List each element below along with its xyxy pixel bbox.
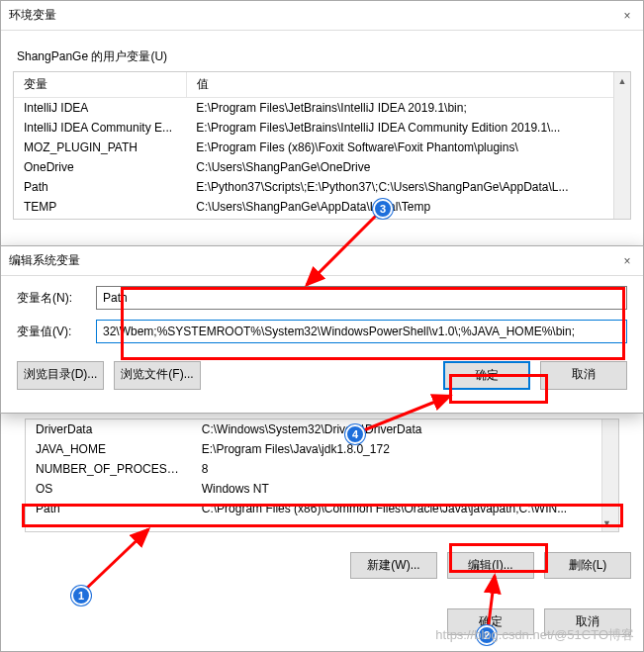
scrollbar[interactable]: ▲	[613, 72, 630, 219]
user-vars-label: ShangPanGe 的用户变量(U)	[17, 48, 643, 65]
edit-dialog-title: 编辑系统变量	[9, 252, 619, 269]
edit-dialog-buttons: 浏览目录(D)... 浏览文件(F)... 确定 取消	[1, 353, 643, 402]
scrollbar[interactable]: ▼	[601, 419, 618, 531]
user-vars-table: 变量 值 IntelliJ IDEAE:\Program Files\JetBr…	[14, 72, 630, 217]
system-vars-buttons: 新建(W)... 编辑(I)... 删除(L)	[1, 540, 643, 591]
col-header-name[interactable]: 变量	[14, 72, 186, 98]
ok-button[interactable]: 确定	[443, 361, 530, 390]
edit-button[interactable]: 编辑(I)...	[447, 552, 534, 579]
cancel-button[interactable]: 取消	[544, 608, 631, 635]
name-field-row: 变量名(N):	[17, 286, 627, 310]
new-button[interactable]: 新建(W)...	[350, 552, 437, 579]
table-row[interactable]: DriverDataC:\Windows\System32\Drivers\Dr…	[26, 419, 618, 439]
main-title: 环境变量	[9, 7, 619, 24]
table-row[interactable]: PathC:\Program Files (x86)\Common Files\…	[26, 499, 618, 518]
scroll-up-icon[interactable]: ▲	[614, 72, 630, 89]
ok-button[interactable]: 确定	[447, 608, 534, 635]
variable-name-input[interactable]	[96, 286, 627, 310]
scroll-down-icon[interactable]: ▼	[602, 514, 611, 531]
system-vars-panel: DriverDataC:\Windows\System32\Drivers\Dr…	[25, 419, 619, 532]
table-row[interactable]: JAVA_HOMEE:\Program Files\Java\jdk1.8.0_…	[26, 439, 618, 459]
value-field-row: 变量值(V):	[17, 320, 627, 343]
browse-dir-button[interactable]: 浏览目录(D)...	[17, 361, 104, 390]
close-icon[interactable]: ×	[619, 254, 635, 268]
cancel-button[interactable]: 取消	[540, 361, 627, 390]
variable-value-input[interactable]	[96, 320, 627, 343]
name-label: 变量名(N):	[17, 290, 96, 307]
value-label: 变量值(V):	[17, 324, 96, 340]
system-vars-table: DriverDataC:\Windows\System32\Drivers\Dr…	[26, 419, 618, 518]
table-row[interactable]: TEMPC:\Users\ShangPanGe\AppData\Local\Te…	[14, 197, 630, 217]
table-row[interactable]: MOZ_PLUGIN_PATHE:\Program Files (x86)\Fo…	[14, 138, 630, 157]
table-row[interactable]: OneDriveC:\Users\ShangPanGe\OneDrive	[14, 157, 630, 177]
table-row[interactable]: NUMBER_OF_PROCESSORS8	[26, 459, 618, 479]
table-row[interactable]: OSWindows NT	[26, 479, 618, 499]
delete-button[interactable]: 删除(L)	[544, 552, 631, 579]
table-row[interactable]: IntelliJ IDEA Community E...E:\Program F…	[14, 118, 630, 138]
main-titlebar: 环境变量 ×	[1, 1, 643, 31]
edit-variable-dialog: 编辑系统变量 × 变量名(N): 变量值(V): 浏览目录(D)... 浏览文件…	[0, 245, 644, 414]
edit-titlebar: 编辑系统变量 ×	[1, 246, 643, 276]
close-icon[interactable]: ×	[619, 9, 635, 23]
browse-file-button[interactable]: 浏览文件(F)...	[114, 361, 201, 390]
table-row[interactable]: PathE:\Python37\Scripts\;E:\Python37\;C:…	[14, 177, 630, 197]
main-dialog-buttons: 确定 取消	[1, 597, 643, 647]
table-row[interactable]: IntelliJ IDEAE:\Program Files\JetBrains\…	[14, 98, 630, 119]
col-header-value[interactable]: 值	[186, 72, 629, 98]
user-vars-panel: 变量 值 IntelliJ IDEAE:\Program Files\JetBr…	[13, 71, 631, 220]
